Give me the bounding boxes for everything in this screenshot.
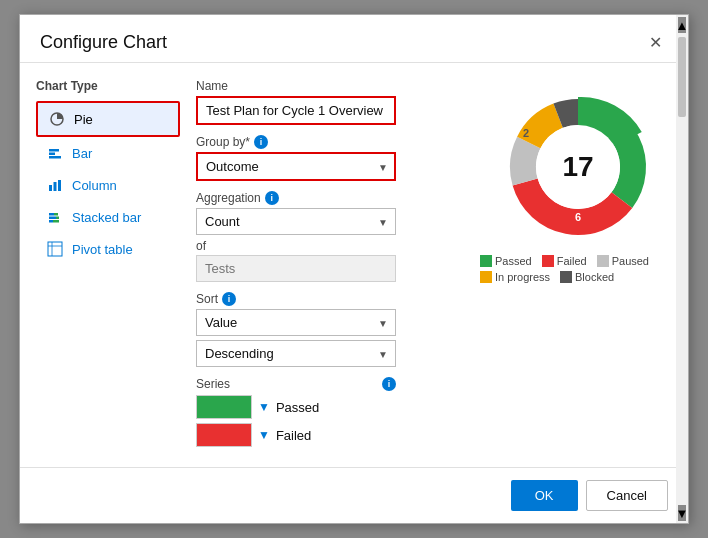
- bar-icon: [46, 144, 64, 162]
- svg-rect-10: [56, 217, 59, 220]
- bar-label: Bar: [72, 146, 92, 161]
- group-by-select[interactable]: Outcome: [196, 152, 396, 181]
- close-button[interactable]: ✕: [643, 31, 668, 54]
- chart-legend: Passed Failed Paused In progress Blocked: [476, 255, 680, 283]
- group-by-select-wrapper: Outcome ▼: [196, 152, 396, 181]
- pivot-table-label: Pivot table: [72, 242, 133, 257]
- group-by-label: Group by* i: [196, 135, 452, 149]
- svg-rect-5: [54, 182, 57, 191]
- scrollbar-thumb[interactable]: [678, 63, 686, 117]
- legend-dot-inprogress: [480, 271, 492, 283]
- column-icon: [46, 176, 64, 194]
- chart-type-column[interactable]: Column: [36, 169, 180, 201]
- stacked-bar-label: Stacked bar: [72, 210, 141, 225]
- series-label-failed: Failed: [276, 428, 311, 443]
- legend-dot-passed: [480, 255, 492, 267]
- donut-chart: 17 1 6 2 2 6: [493, 87, 663, 247]
- svg-rect-2: [49, 153, 55, 156]
- of-input: [196, 255, 396, 282]
- chart-type-pivot-table[interactable]: Pivot table: [36, 233, 180, 265]
- legend-dot-paused: [597, 255, 609, 267]
- chart-type-stacked-bar[interactable]: Stacked bar: [36, 201, 180, 233]
- chart-type-pie[interactable]: Pie: [36, 101, 180, 137]
- svg-rect-11: [49, 220, 53, 223]
- aggregation-select[interactable]: Count: [196, 208, 396, 235]
- svg-rect-3: [49, 156, 61, 159]
- legend-label-passed: Passed: [495, 255, 532, 267]
- legend-paused: Paused: [597, 255, 649, 267]
- donut-center-value: 17: [562, 151, 593, 183]
- seg-label-6bottom: 6: [575, 211, 581, 223]
- svg-rect-1: [49, 149, 59, 152]
- series-row-failed: ▼ Failed: [196, 423, 452, 447]
- stacked-bar-icon: [46, 208, 64, 226]
- config-panel: Name Group by* i Outcome ▼ Aggregation i…: [180, 79, 468, 467]
- pivot-table-icon: [46, 240, 64, 258]
- legend-failed: Failed: [542, 255, 587, 267]
- name-input[interactable]: [196, 96, 396, 125]
- series-row-passed: ▼ Passed: [196, 395, 452, 419]
- legend-label-failed: Failed: [557, 255, 587, 267]
- sort-value-select[interactable]: Value: [196, 309, 396, 336]
- legend-dot-failed: [542, 255, 554, 267]
- scrollbar[interactable]: ▲ ▼: [676, 63, 688, 467]
- aggregation-label: Aggregation i: [196, 191, 452, 205]
- sort-value-select-wrapper: Value ▼: [196, 309, 396, 336]
- series-chevron-failed[interactable]: ▼: [258, 428, 270, 442]
- column-label: Column: [72, 178, 117, 193]
- ok-button[interactable]: OK: [511, 480, 578, 511]
- legend-label-inprogress: In progress: [495, 271, 550, 283]
- series-label-passed: Passed: [276, 400, 319, 415]
- chart-type-bar[interactable]: Bar: [36, 137, 180, 169]
- sort-dir-select-wrapper: Descending ▼: [196, 340, 396, 367]
- of-label: of: [196, 239, 452, 253]
- svg-rect-7: [49, 213, 54, 216]
- aggregation-info-icon[interactable]: i: [265, 191, 279, 205]
- seg-label-2left: 2: [497, 165, 503, 177]
- legend-passed: Passed: [480, 255, 532, 267]
- dialog-body: Chart Type Pie B: [20, 63, 688, 467]
- dialog-footer: OK Cancel: [20, 467, 688, 523]
- dialog-title: Configure Chart: [40, 32, 167, 53]
- sort-dir-select[interactable]: Descending: [196, 340, 396, 367]
- series-color-passed[interactable]: [196, 395, 252, 419]
- pie-icon: [48, 110, 66, 128]
- legend-label-blocked: Blocked: [575, 271, 614, 283]
- svg-rect-12: [53, 220, 59, 223]
- legend-label-paused: Paused: [612, 255, 649, 267]
- dialog-header: Configure Chart ✕: [20, 15, 688, 63]
- legend-inprogress: In progress: [480, 271, 550, 283]
- seg-label-1: 1: [639, 109, 645, 121]
- pie-label: Pie: [74, 112, 93, 127]
- legend-blocked: Blocked: [560, 271, 614, 283]
- cancel-button[interactable]: Cancel: [586, 480, 668, 511]
- chart-type-label: Chart Type: [36, 79, 180, 93]
- svg-rect-13: [48, 242, 62, 256]
- series-color-failed[interactable]: [196, 423, 252, 447]
- aggregation-select-wrapper: Count ▼: [196, 208, 396, 235]
- chart-type-panel: Chart Type Pie B: [20, 79, 180, 467]
- series-chevron-passed[interactable]: ▼: [258, 400, 270, 414]
- svg-rect-8: [54, 213, 58, 216]
- seg-label-2top: 2: [523, 127, 529, 139]
- seg-label-6right: 6: [653, 135, 659, 147]
- svg-rect-4: [49, 185, 52, 191]
- series-label-row: Series i: [196, 377, 396, 391]
- legend-dot-blocked: [560, 271, 572, 283]
- sort-label: Sort i: [196, 292, 452, 306]
- chart-preview-panel: 17 1 6 2 2 6 Passed Failed: [468, 79, 688, 467]
- svg-rect-6: [58, 180, 61, 191]
- name-field-label: Name: [196, 79, 452, 93]
- configure-chart-dialog: Configure Chart ✕ Chart Type Pie: [19, 14, 689, 524]
- group-by-info-icon[interactable]: i: [254, 135, 268, 149]
- sort-info-icon[interactable]: i: [222, 292, 236, 306]
- svg-rect-9: [49, 217, 56, 220]
- series-info-icon[interactable]: i: [382, 377, 396, 391]
